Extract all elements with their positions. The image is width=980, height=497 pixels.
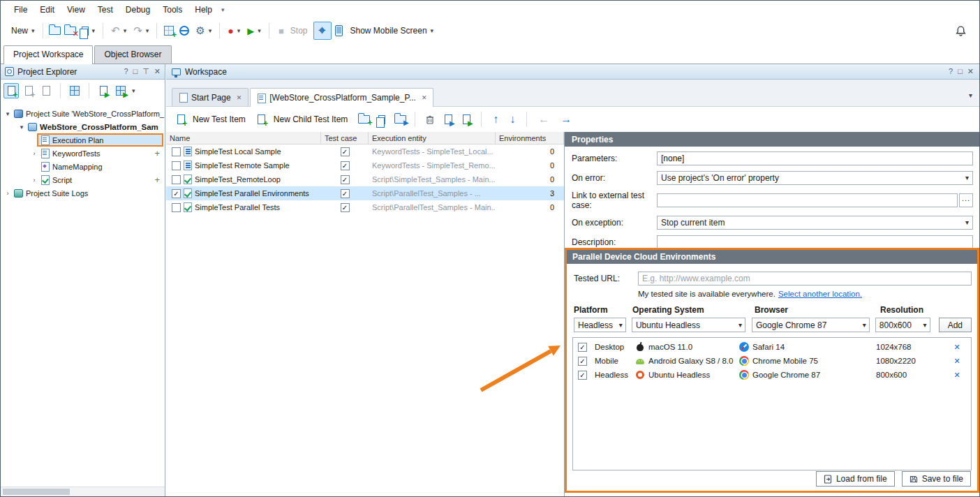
new-button[interactable]: New ▾ xyxy=(8,24,38,38)
scrollbar-thumb[interactable] xyxy=(3,489,70,495)
new-test-item-button[interactable]: + xyxy=(173,112,188,127)
environment-row[interactable]: ✓ Headless Ubuntu Headless xyxy=(573,368,971,382)
test-case-checkbox[interactable]: ✓ xyxy=(341,161,350,170)
help-button[interactable]: ? xyxy=(949,67,953,76)
table-row[interactable]: ✓ SimpleTest Parallel Environments ✓ Scr… xyxy=(166,186,564,200)
redo-button[interactable]: ↷▾ xyxy=(130,22,152,39)
row-checkbox[interactable] xyxy=(172,175,181,184)
tested-url-input[interactable] xyxy=(638,272,972,285)
move-into-group-button[interactable]: ▶ xyxy=(392,112,408,127)
new-test-item-label[interactable]: New Test Item xyxy=(193,114,246,124)
expander-icon[interactable]: ▾ xyxy=(3,110,12,117)
new-child-test-item-button[interactable]: + xyxy=(254,112,269,127)
expander-icon[interactable]: › xyxy=(3,190,12,197)
chevron-down-icon[interactable]: ▾ xyxy=(221,6,225,13)
run-button[interactable]: ▶▾ xyxy=(244,24,265,38)
organize-items-button[interactable] xyxy=(67,83,82,98)
tree-item[interactable]: NameMapping xyxy=(1,160,165,173)
export-item-button[interactable]: ▶ xyxy=(440,112,456,127)
browser-select[interactable]: Google Chrome 87 xyxy=(752,318,870,332)
test-case-checkbox[interactable]: ✓ xyxy=(341,175,350,184)
tree-item[interactable]: › Script + xyxy=(1,173,165,186)
menu-item[interactable]: View xyxy=(61,2,91,17)
delete-environment-button[interactable]: ✕ xyxy=(943,357,971,366)
menu-item[interactable]: Help xyxy=(188,2,218,17)
pin-panel-button[interactable]: ⊤ xyxy=(142,67,149,76)
move-down-button[interactable]: ↓ xyxy=(505,113,519,126)
on-exception-select[interactable]: Stop current item xyxy=(657,216,973,230)
add-environment-button[interactable]: Add xyxy=(939,318,972,332)
test-case-checkbox[interactable]: ✓ xyxy=(341,203,350,212)
select-location-link[interactable]: Select another location. xyxy=(778,290,862,298)
row-checkbox[interactable] xyxy=(172,147,181,156)
row-checkbox[interactable] xyxy=(172,161,181,170)
menu-item[interactable]: File xyxy=(8,2,34,17)
horizontal-scrollbar[interactable] xyxy=(1,487,165,496)
close-tab-icon[interactable]: ✕ xyxy=(237,94,242,101)
tree-item[interactable]: › Project Suite Logs xyxy=(1,186,165,200)
copy-item-button[interactable] xyxy=(38,83,54,98)
save-all-button[interactable]: ▾ xyxy=(78,24,99,38)
float-panel-button[interactable]: □ xyxy=(133,67,138,76)
undo-button[interactable]: ↶▾ xyxy=(107,22,130,39)
run-project-button[interactable]: ▶ xyxy=(96,83,111,98)
delete-environment-button[interactable]: ✕ xyxy=(943,371,971,380)
row-checkbox[interactable]: ✓ xyxy=(172,189,181,198)
add-icon[interactable]: + xyxy=(154,175,160,185)
mobile-screen-icon-button[interactable] xyxy=(332,23,347,38)
float-panel-button[interactable]: □ xyxy=(958,67,963,76)
panel-tab[interactable]: Object Browser xyxy=(94,45,171,64)
tab-list-dropdown-icon[interactable]: ▾ xyxy=(969,91,972,99)
os-select[interactable]: Ubuntu Headless xyxy=(632,318,745,332)
new-child-test-item-label[interactable]: New Child Test Item xyxy=(274,114,348,124)
run-project-suite-button[interactable]: ▶ xyxy=(113,83,128,98)
delete-button[interactable] xyxy=(422,112,438,127)
run-focused-item-button[interactable]: ▶ xyxy=(459,112,474,127)
tree-item[interactable]: ▾ Project Suite 'WebStore_CrossPlatform_… xyxy=(1,107,165,120)
environment-row[interactable]: ✓ Mobile Android Galaxy S8 / 8.0 xyxy=(573,354,971,368)
description-input[interactable] xyxy=(657,235,973,249)
notifications-button[interactable] xyxy=(953,23,968,38)
tree-item[interactable]: Execution Plan xyxy=(1,133,165,147)
menu-item[interactable]: Edit xyxy=(34,2,61,17)
table-row[interactable]: SimpleTest Remote Sample ✓ KeywordTests … xyxy=(166,158,564,172)
close-panel-button[interactable]: ✕ xyxy=(154,67,161,76)
open-project-button[interactable] xyxy=(47,23,63,38)
table-row[interactable]: SimpleTest_RemoteLoop ✓ Script\SimpleTes… xyxy=(166,172,564,186)
link-external-test-case-input[interactable] xyxy=(657,193,958,207)
help-button[interactable]: ? xyxy=(124,67,128,76)
show-mobile-screen-button[interactable]: Show Mobile Screen ▾ xyxy=(347,24,438,38)
load-from-file-button[interactable]: Load from file xyxy=(816,471,895,487)
expander-icon[interactable]: ▾ xyxy=(17,124,26,131)
menu-item[interactable]: Debug xyxy=(119,2,156,17)
parameters-input[interactable] xyxy=(657,151,973,165)
on-error-select[interactable]: Use project's 'On error' property xyxy=(657,171,973,185)
environment-row[interactable]: ✓ Desktop macOS 11.0 Safari xyxy=(573,340,971,354)
close-tab-icon[interactable]: ✕ xyxy=(422,94,427,101)
close-panel-button[interactable]: ✕ xyxy=(967,67,974,76)
menu-item[interactable]: Test xyxy=(91,2,119,17)
indent-item-button[interactable]: → xyxy=(556,113,576,126)
tree-item[interactable]: › KeywordTests + xyxy=(1,147,165,160)
tree-item[interactable]: ▾ WebStore_CrossPlatform_Sam xyxy=(1,120,165,133)
platform-select[interactable]: Headless xyxy=(574,318,626,332)
test-case-checkbox[interactable]: ✓ xyxy=(341,147,350,156)
add-new-item-button[interactable]: + xyxy=(161,23,177,38)
add-item-button[interactable]: + xyxy=(3,83,19,98)
chevron-down-icon[interactable]: ▾ xyxy=(132,87,135,94)
document-tab[interactable]: [WebStore_CrossPlatform_Sample_P... ✕ xyxy=(250,88,433,107)
options-button[interactable]: ⚙▾ xyxy=(192,22,215,39)
move-up-button[interactable]: ↑ xyxy=(489,113,503,126)
copy-items-button[interactable] xyxy=(374,112,389,127)
row-checkbox[interactable] xyxy=(172,203,181,212)
web-testing-button[interactable] xyxy=(177,23,192,38)
table-row[interactable]: SimpleTest Local Sample ✓ KeywordTests -… xyxy=(166,144,564,158)
expander-icon[interactable]: › xyxy=(30,177,38,184)
browse-button[interactable]: ... xyxy=(959,193,973,207)
add-icon[interactable]: + xyxy=(154,148,160,158)
close-project-button[interactable]: ✕ xyxy=(63,23,78,38)
environment-checkbox[interactable]: ✓ xyxy=(578,357,587,366)
environment-checkbox[interactable]: ✓ xyxy=(578,371,587,380)
test-case-checkbox[interactable]: ✓ xyxy=(341,189,350,198)
new-item-button[interactable]: + xyxy=(21,83,36,98)
